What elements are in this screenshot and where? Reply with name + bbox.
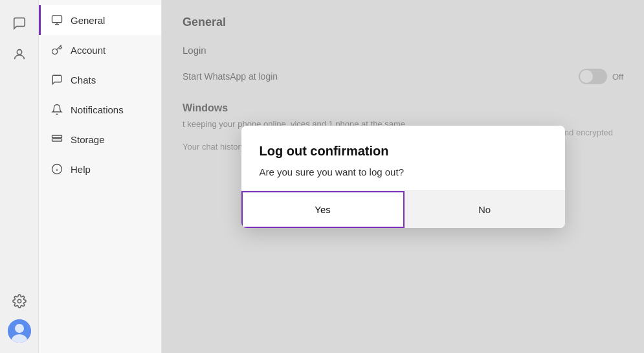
icon-sidebar-bottom (6, 288, 32, 353)
modal-footer: Yes No (241, 191, 565, 228)
app-container: General Account Chats Notifications (0, 0, 644, 353)
modal-title: Log out confirmation (260, 144, 547, 159)
sidebar-label-help: Help (71, 164, 91, 175)
storage-icon (51, 133, 63, 145)
modal-text: Are you sure you want to log out? (260, 166, 547, 177)
bell-icon (51, 104, 63, 115)
sidebar-label-chats: Chats (71, 74, 96, 85)
chat-icon[interactable] (6, 10, 32, 36)
icon-sidebar (0, 0, 39, 353)
monitor-icon (51, 14, 63, 26)
svg-point-1 (17, 299, 21, 303)
no-button[interactable]: No (405, 191, 565, 228)
sidebar-item-chats[interactable]: Chats (39, 65, 161, 95)
nav-sidebar: General Account Chats Notifications (39, 0, 162, 353)
sidebar-label-general: General (71, 15, 105, 26)
chat-bubble-icon (51, 74, 63, 85)
sidebar-label-storage: Storage (71, 134, 105, 145)
sidebar-label-account: Account (71, 45, 105, 56)
modal-overlay: Log out confirmation Are you sure you wa… (162, 0, 644, 353)
settings-icon[interactable] (6, 288, 32, 314)
key-icon (51, 44, 63, 56)
main-content: General Login Start WhatsApp at login Of… (162, 0, 644, 353)
sidebar-item-general[interactable]: General (39, 5, 161, 35)
sidebar-item-notifications[interactable]: Notifications (39, 95, 161, 124)
profile-icon[interactable] (6, 41, 32, 67)
sidebar-label-notifications: Notifications (71, 104, 124, 115)
modal-body: Log out confirmation Are you sure you wa… (241, 126, 565, 190)
sidebar-item-storage[interactable]: Storage (39, 124, 161, 154)
svg-rect-5 (52, 16, 62, 23)
sidebar-item-help[interactable]: Help (39, 154, 161, 184)
sidebar-item-account[interactable]: Account (39, 35, 161, 65)
svg-rect-8 (52, 135, 62, 138)
logout-confirmation-modal: Log out confirmation Are you sure you wa… (241, 126, 565, 228)
yes-button[interactable]: Yes (241, 191, 405, 228)
svg-point-3 (15, 324, 24, 333)
info-icon (51, 163, 63, 175)
svg-rect-9 (52, 139, 62, 141)
svg-point-0 (17, 50, 21, 54)
avatar-icon[interactable] (8, 319, 31, 343)
